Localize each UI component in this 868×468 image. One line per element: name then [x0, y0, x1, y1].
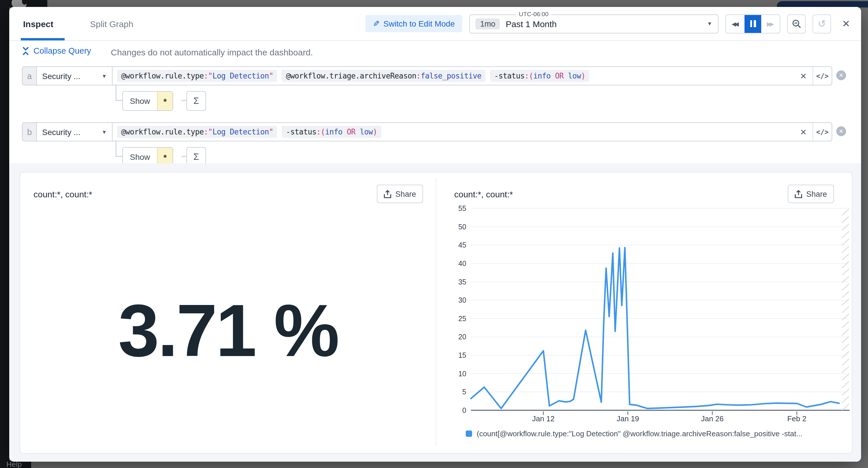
svg-text:40: 40 [458, 259, 466, 268]
chevron-down-icon: ▼ [707, 21, 712, 27]
show-value-field[interactable]: * [157, 92, 173, 110]
legend-label: (count[@workflow.rule.type:"Log Detectio… [477, 429, 803, 438]
results-card: count:*, count:* Share 3.71 % count:*, c… [20, 172, 852, 454]
background-button-fragment [777, 1, 868, 7]
svg-text:30: 30 [458, 296, 466, 304]
svg-text:25: 25 [458, 314, 466, 322]
query-source-label: Security ... [42, 71, 80, 81]
svg-text:55: 55 [458, 204, 466, 212]
time-range-select[interactable]: UTC-06:00 1mo Past 1 Month ▼ [469, 14, 718, 33]
query-token[interactable]: @workflow.triage.archiveReason:false_pos… [282, 70, 485, 82]
undo-icon: ↺ [818, 18, 826, 30]
svg-text:5: 5 [462, 388, 466, 396]
svg-text:Jan 26: Jan 26 [701, 414, 724, 423]
svg-text:15: 15 [458, 351, 466, 359]
share-button-left[interactable]: Share [377, 185, 423, 203]
connector-line [181, 156, 186, 157]
show-label[interactable]: Show [123, 92, 157, 110]
code-view-icon[interactable]: </> [813, 67, 832, 85]
query-token[interactable]: @workflow.rule.type:"Log Detection" [117, 70, 277, 82]
connector-line [116, 156, 122, 157]
query-source-dropdown[interactable]: Security ... ▼ [37, 123, 113, 141]
right-panel-title: count:*, count:* [454, 189, 513, 199]
collapse-query-label: Collapse Query [33, 46, 91, 55]
remove-query-a-button[interactable]: ✕ [836, 70, 846, 80]
time-range-label: Past 1 Month [506, 19, 707, 29]
clear-query-icon[interactable]: ✕ [794, 67, 813, 85]
query-source-label: Security ... [42, 127, 80, 136]
connector-line [116, 140, 116, 156]
pause-icon [750, 20, 756, 27]
connector-line [181, 100, 186, 101]
time-shortcut-badge: 1mo [475, 18, 500, 29]
share-label: Share [806, 190, 827, 198]
chevron-down-icon: ▼ [101, 73, 107, 79]
svg-text:0: 0 [462, 406, 466, 414]
left-sidebar [0, 0, 9, 468]
clear-query-icon[interactable]: ✕ [794, 123, 813, 141]
query-token[interactable]: @workflow.rule.type:"Log Detection" [117, 126, 277, 138]
collapse-icon [22, 46, 29, 55]
reset-zoom-button[interactable]: ↺ [813, 14, 831, 33]
tab-inspect[interactable]: Inspect [23, 7, 53, 40]
connector-line [116, 100, 122, 101]
query-search-input[interactable]: @workflow.rule.type:"Log Detection"-stat… [113, 123, 794, 141]
query-token[interactable]: -status:(info OR low) [282, 126, 381, 138]
legend-swatch-icon [466, 431, 472, 437]
share-label: Share [395, 190, 416, 198]
remove-query-b-button[interactable]: ✕ [836, 126, 846, 136]
svg-text:Jan 12: Jan 12 [532, 414, 555, 423]
svg-text:Jan 19: Jan 19 [617, 414, 639, 423]
timeseries-chart[interactable]: 0510152025303540455055Jan 12Jan 19Jan 26… [446, 204, 850, 426]
left-panel-title: count:*, count:* [33, 189, 92, 199]
playback-controls: ◀◀ ▶▶ [725, 14, 780, 33]
code-view-icon[interactable]: </> [813, 123, 832, 141]
show-value-field[interactable]: * [157, 148, 173, 163]
svg-text:50: 50 [458, 223, 466, 231]
svg-text:20: 20 [458, 333, 466, 341]
pause-button[interactable] [744, 15, 761, 33]
query-source-dropdown[interactable]: Security ... ▼ [37, 67, 113, 85]
zoom-out-icon [792, 19, 801, 29]
query-token[interactable]: -status:(info OR low) [490, 70, 589, 82]
close-button[interactable]: ✕ [838, 15, 854, 33]
svg-text:Feb 2: Feb 2 [787, 414, 807, 423]
collapse-query-link[interactable]: Collapse Query [22, 46, 91, 55]
svg-text:10: 10 [458, 370, 466, 378]
rewind-button[interactable]: ◀◀ [726, 15, 744, 33]
pane-divider [436, 178, 436, 446]
show-control-b: Show * [122, 147, 173, 163]
share-icon [795, 190, 802, 198]
connector-line [116, 84, 116, 100]
header-controls: ✎ Switch to Edit Mode UTC-06:00 1mo Past… [365, 7, 854, 40]
chart-legend[interactable]: (count[@workflow.rule.type:"Log Detectio… [466, 429, 841, 438]
timezone-label: UTC-06:00 [516, 10, 552, 17]
share-icon [384, 190, 391, 198]
screen: Help Inspect Split Graph ✎ Switch to Edi… [0, 0, 868, 468]
modal-header: Inspect Split Graph ✎ Switch to Edit Mod… [9, 7, 861, 41]
query-letter-badge: a [23, 67, 37, 85]
query-row-a: a Security ... ▼ @workflow.rule.type:"Lo… [22, 66, 832, 85]
pencil-icon: ✎ [373, 19, 379, 28]
fast-forward-button[interactable]: ▶▶ [761, 15, 780, 33]
svg-text:35: 35 [458, 278, 466, 286]
aggregate-sigma-button-b[interactable]: Σ [186, 147, 206, 163]
query-letter-badge: b [23, 123, 37, 141]
share-button-right[interactable]: Share [788, 185, 834, 203]
inspect-modal: Inspect Split Graph ✎ Switch to Edit Mod… [9, 7, 861, 462]
switch-to-edit-mode-button[interactable]: ✎ Switch to Edit Mode [365, 15, 462, 32]
switch-to-edit-mode-label: Switch to Edit Mode [383, 19, 455, 28]
aggregate-sigma-button-a[interactable]: Σ [186, 91, 206, 111]
dashboard-impact-note: Changes do not automatically impact the … [111, 47, 313, 57]
svg-text:45: 45 [458, 241, 466, 249]
query-search-input[interactable]: @workflow.rule.type:"Log Detection"@work… [113, 67, 794, 85]
tab-split-graph[interactable]: Split Graph [90, 7, 133, 40]
query-row-b: b Security ... ▼ @workflow.rule.type:"Lo… [22, 122, 832, 142]
show-control-a: Show * [122, 91, 173, 111]
show-label[interactable]: Show [123, 148, 157, 163]
query-value-display: 3.71 % [20, 288, 436, 373]
zoom-out-button[interactable] [787, 14, 806, 33]
query-editor-section: Collapse Query Changes do not automatica… [9, 41, 861, 163]
chevron-down-icon: ▼ [101, 129, 107, 135]
active-tab-indicator [21, 38, 65, 40]
